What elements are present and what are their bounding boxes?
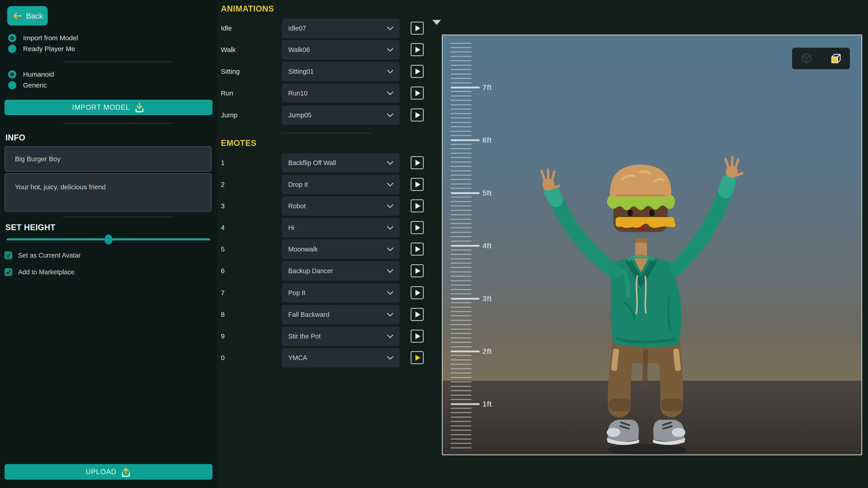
radio-button[interactable] [8,45,16,53]
animation-play-button[interactable] [411,87,424,99]
radio-label: Generic [23,82,47,89]
animation-row: JumpJump05 [221,105,424,125]
radio-label: Ready Player Me [23,45,75,53]
emote-play-button[interactable] [411,351,424,364]
animation-play-button[interactable] [411,109,424,121]
emote-select-value: Backflip Off Wall [282,153,400,173]
animation-select[interactable]: Idle07 [282,19,400,38]
import-model-button[interactable]: IMPORT MODEL [4,100,213,115]
back-button-label: Back [26,11,43,20]
ruler-inch-tick [451,438,471,439]
ruler-inch-tick [451,47,471,48]
avatar-name-input[interactable]: Big Burger Boy [4,146,212,172]
emote-play-button[interactable] [411,264,424,277]
ruler-inch-tick [451,214,471,215]
checkbox[interactable] [4,268,12,276]
ruler-inch-tick [451,117,471,119]
wireframe-cube-icon[interactable] [799,51,814,66]
avatar-description-input[interactable]: Your hot, juicy, delicious friend [4,173,212,212]
ruler-inch-tick [451,170,471,172]
ruler-inch-tick [451,43,471,44]
emote-row-label: 3 [221,196,225,216]
avatar-character [442,35,862,455]
emote-row-label: 8 [221,305,225,324]
emote-row: 9Stir the Pot [221,327,424,346]
emote-play-button[interactable] [411,178,424,191]
emote-select[interactable]: Robot [282,196,400,216]
ruler-inch-tick [451,421,471,422]
emote-row-label: 5 [221,240,225,259]
emote-select-value: Drop It [282,175,400,194]
checkbox-row: Set as Current Avatar [4,251,81,259]
play-icon [415,182,421,187]
ruler-inch-tick [451,69,471,70]
ruler-inch-tick [451,329,471,330]
emote-play-button[interactable] [411,200,424,212]
ruler-inch-tick [451,223,471,224]
radio-button[interactable] [8,34,16,42]
ruler-inch-tick [451,100,471,101]
animation-play-button[interactable] [411,22,424,35]
ruler-inch-tick [451,337,471,338]
ruler-inch-tick [451,91,471,92]
emote-select[interactable]: Backup Dancer [282,261,400,281]
animation-play-button[interactable] [411,43,424,56]
play-icon [415,312,421,317]
emote-select[interactable]: Moonwalk [282,240,400,259]
emote-play-button[interactable] [411,221,424,234]
ruler-inch-tick [451,161,471,162]
animation-play-button[interactable] [411,65,424,78]
emote-select-value: YMCA [282,348,400,367]
emote-select[interactable]: Hi [282,218,400,238]
ruler-inch-tick [451,412,471,413]
ruler-inch-tick [451,175,471,176]
3d-viewport[interactable]: 7ft6ft5ft4ft3ft2ft1ft [442,35,862,455]
animation-select[interactable]: Jump05 [282,105,400,125]
ruler-inch-tick [451,196,471,197]
animation-row: WalkWalk06 [221,40,424,59]
emote-row: 8Fall Backward [221,305,424,324]
animation-select[interactable]: Sitting01 [282,62,400,81]
ruler-inch-tick [451,293,471,295]
upload-button[interactable]: UPLOAD [4,464,213,480]
emote-select[interactable]: Pop It [282,283,400,303]
emote-select[interactable]: YMCA [282,348,400,367]
ruler-inch-tick [451,355,471,356]
model-source-radio-row: Import from Model [8,33,78,42]
animation-select[interactable]: Run10 [282,84,400,103]
emote-play-button[interactable] [411,308,424,321]
ruler-inch-tick [451,210,471,211]
back-button[interactable]: Back [7,6,48,26]
height-slider-thumb[interactable] [104,235,113,244]
radio-button[interactable] [8,70,16,79]
ruler-inch-tick [451,254,471,255]
emote-select-value: Backup Dancer [282,261,400,281]
ruler-inch-tick [451,311,471,312]
emote-select-value: Pop It [282,283,400,303]
emote-play-button[interactable] [411,243,424,255]
emote-select[interactable]: Backflip Off Wall [282,153,400,173]
emote-select[interactable]: Drop It [282,175,400,194]
rig-type-radio-row: Generic [8,81,54,90]
animations-heading: ANIMATIONS [221,4,274,13]
ruler-foot-label: 5ft [483,189,492,197]
emote-play-button[interactable] [411,330,424,343]
checkbox[interactable] [4,251,12,259]
animation-select-value: Sitting01 [282,62,400,81]
emote-play-button[interactable] [411,286,424,299]
emote-select[interactable]: Fall Backward [282,305,400,324]
radio-label: Humanoid [23,70,54,78]
solid-cube-icon[interactable] [828,51,843,66]
ruler-inch-tick [451,135,471,136]
animation-select[interactable]: Walk06 [282,40,400,59]
panel-collapse-arrow-icon[interactable] [432,20,441,25]
ruler-inch-tick [451,302,471,303]
emote-row-label: 9 [221,327,225,346]
ruler-inch-tick [451,368,471,369]
ruler-inch-tick [451,346,471,347]
emote-select[interactable]: Stir the Pot [282,327,400,346]
radio-button[interactable] [8,81,16,89]
emote-play-button[interactable] [411,156,424,169]
upload-icon [121,466,131,478]
emote-row: 4Hi [221,218,424,238]
